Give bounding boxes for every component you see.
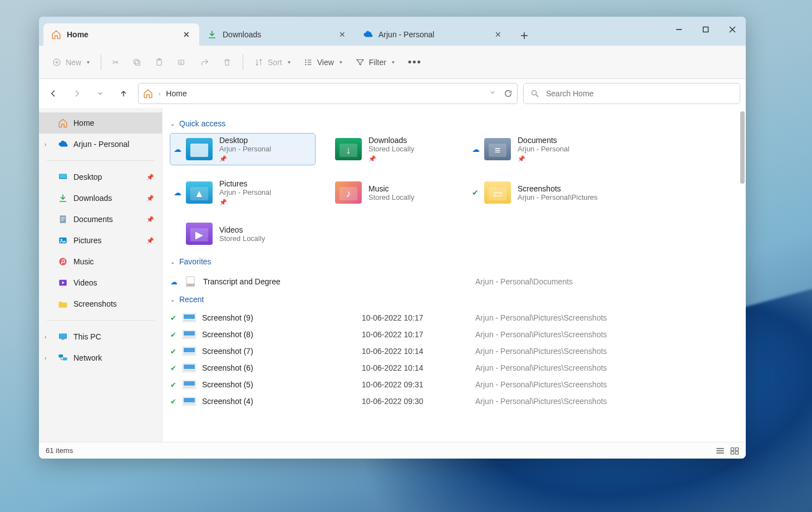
view-button[interactable]: View ▾ [298,52,348,73]
more-button[interactable]: ••• [402,52,427,73]
search-input[interactable] [546,89,733,98]
refresh-button[interactable] [504,89,513,98]
recent-locations-button[interactable] [91,85,109,102]
tab-downloads[interactable]: Downloads ✕ [199,23,355,46]
chevron-right-icon[interactable]: › [45,355,46,361]
scrollbar-thumb[interactable] [740,111,745,184]
section-quick-access-header[interactable]: ⌄ Quick access [170,119,732,128]
view-icon [304,58,313,67]
sidebar-item-this-pc[interactable]: › This PC [39,326,162,347]
up-button[interactable] [115,85,132,102]
folder-icon: ↓ [335,138,362,160]
new-button[interactable]: New ▾ [47,52,95,73]
search-box[interactable] [523,83,740,104]
recent-item[interactable]: ✔ Screenshot (8) 10-06-2022 10:17 Arjun … [170,326,732,343]
quick-access-item[interactable]: ☁ ▲ Pictures Arjun - Personal 📌 [170,177,315,208]
sidebar-item-pictures[interactable]: Pictures 📌 [39,230,162,251]
pin-icon: 📌 [518,155,569,163]
details-view-button[interactable] [716,447,725,455]
recent-item[interactable]: ✔ Screenshot (5) 10-06-2022 09:31 Arjun … [170,376,732,393]
share-button[interactable] [195,52,215,73]
cut-button[interactable]: ✂ [107,52,125,73]
close-button[interactable] [719,17,746,42]
recent-item[interactable]: ✔ Screenshot (6) 10-06-2022 10:14 Arjun … [170,360,732,376]
tab-strip: Home ✕ Downloads ✕ Arjun - Personal ✕ [39,17,746,46]
recent-item[interactable]: ✔ Screenshot (9) 10-06-2022 10:17 Arjun … [170,309,732,326]
sidebar-item-onedrive[interactable]: › Arjun - Personal [39,134,162,155]
sidebar-item-network[interactable]: › Network [39,347,162,368]
breadcrumb[interactable]: Home [166,89,186,98]
thumbnails-view-button[interactable] [730,447,739,455]
download-icon [207,29,217,40]
favorites-list: ☁ DOCX Transcript and Degree Arjun - Per… [170,272,732,292]
svg-rect-36 [60,334,67,338]
sidebar-item-downloads[interactable]: Downloads 📌 [39,188,162,209]
tab-close-icon[interactable]: ✕ [335,28,350,41]
quick-access-item[interactable]: ♪ Music Stored Locally [319,177,464,208]
svg-rect-24 [60,174,67,178]
sidebar-item-desktop[interactable]: Desktop 📌 [39,166,162,188]
delete-button[interactable] [217,52,237,73]
recent-item[interactable]: ✔ Screenshot (7) 10-06-2022 10:14 Arjun … [170,343,732,360]
synced-icon: ✔ [170,314,176,322]
favorite-item[interactable]: ☁ DOCX Transcript and Degree Arjun - Per… [170,272,732,292]
desktop-icon [58,172,68,182]
chevron-down-icon: ⌄ [170,121,175,127]
item-path: Arjun - Personal\Pictures\Screenshots [475,313,607,322]
sidebar-item-label: Screenshots [73,299,117,308]
filter-button[interactable]: Filter ▾ [350,52,400,73]
tab-close-icon[interactable]: ✕ [179,28,194,41]
folder-icon: ♪ [335,181,362,204]
tab-home[interactable]: Home ✕ [43,23,199,46]
address-bar[interactable]: › Home [138,83,518,104]
quick-access-item[interactable]: ✔ ▭ Screenshots Arjun - Personal\Picture… [469,177,613,208]
tab-close-icon[interactable]: ✕ [491,28,505,41]
quick-access-item[interactable]: ▶ Videos Stored Locally [170,220,315,247]
rename-button[interactable]: A [171,52,193,73]
chevron-right-icon[interactable]: › [45,141,46,147]
maximize-button[interactable] [692,17,719,42]
quick-access-item[interactable]: ☁ Desktop Arjun - Personal 📌 [170,134,315,165]
separator [243,55,243,70]
quick-access-item[interactable]: ☁ ≡ Documents Arjun - Personal 📌 [469,134,613,165]
copy-button[interactable] [127,52,147,73]
tab-label: Downloads [223,30,261,39]
svg-text:DOCX: DOCX [187,284,194,287]
synced-icon: ✔ [170,381,176,389]
image-thumbnail-icon [182,380,196,389]
item-name: Desktop [219,136,271,145]
address-dropdown-icon[interactable] [489,89,496,98]
sidebar-item-label: Desktop [73,173,102,181]
section-favorites-header[interactable]: ⌄ Favorites [170,257,732,266]
section-recent-header[interactable]: ⌄ Recent [170,295,732,304]
item-path: Arjun - Personal\Pictures\Screenshots [475,330,607,339]
image-thumbnail-icon [182,347,196,356]
chevron-right-icon[interactable]: › [45,334,46,340]
tab-onedrive[interactable]: Arjun - Personal ✕ [355,23,511,46]
back-button[interactable] [45,85,62,102]
new-tab-button[interactable] [514,26,534,46]
chevron-down-icon: ⌄ [170,259,175,265]
pin-icon: 📌 [146,237,154,244]
sidebar-item-screenshots[interactable]: Screenshots [39,293,162,314]
item-name: Screenshots [518,184,598,193]
item-name: Pictures [219,179,271,188]
sidebar-item-videos[interactable]: Videos [39,272,162,293]
sidebar-item-home[interactable]: Home [39,112,162,134]
forward-button[interactable] [68,85,86,102]
sort-button[interactable]: Sort ▾ [249,52,296,73]
chevron-down-icon: ▾ [339,59,342,65]
quick-access-item[interactable]: ↓ Downloads Stored Locally 📌 [319,134,464,165]
item-location: Stored Locally [368,145,414,153]
sidebar-item-documents[interactable]: Documents 📌 [39,209,162,230]
sidebar-item-music[interactable]: Music [39,251,162,272]
home-icon [58,118,68,128]
item-date: 10-06-2022 10:14 [362,363,467,372]
svg-rect-38 [59,355,63,357]
minimize-button[interactable] [666,17,692,42]
recent-item[interactable]: ✔ Screenshot (4) 10-06-2022 09:30 Arjun … [170,393,732,410]
item-name: Documents [518,136,569,145]
synced-icon: ✔ [472,188,479,197]
tab-label: Arjun - Personal [378,30,434,39]
paste-button[interactable] [149,52,169,73]
